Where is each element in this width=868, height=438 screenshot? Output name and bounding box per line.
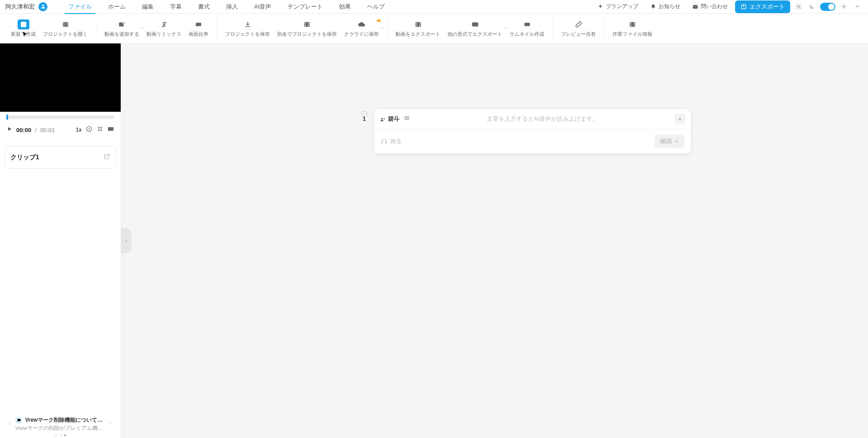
- headphones-icon: [381, 138, 387, 145]
- news-next[interactable]: [108, 420, 113, 428]
- contact-button[interactable]: 問い合わせ: [688, 1, 732, 12]
- open-external-icon[interactable]: [103, 153, 110, 162]
- separator: [387, 18, 387, 39]
- news-title: Vrewマーク削除機能についてご…: [25, 416, 105, 424]
- tool-save-as[interactable]: 別名でプロジェクトを保存: [274, 18, 340, 39]
- tool-share-preview[interactable]: プレビュー共有: [557, 18, 599, 39]
- menu-tabs: ファイル ホーム 編集 字幕 書式 挿入 AI音声 テンプレート 効果 ヘルプ: [60, 0, 393, 14]
- tool-save-project[interactable]: プロジェクトを保存: [222, 18, 274, 39]
- confirm-button[interactable]: 確認: [655, 135, 684, 148]
- avatar[interactable]: [38, 2, 47, 11]
- tool-open-project[interactable]: プロジェクトを開く: [39, 18, 91, 39]
- tool-export-other[interactable]: 他の形式でエクスポート: [444, 18, 506, 39]
- voice-name: 碧斗: [388, 115, 400, 123]
- settings-button[interactable]: [793, 1, 804, 12]
- tool-label: 他の形式でエクスポート: [448, 31, 502, 37]
- crown-icon: [376, 18, 382, 24]
- scrubber-thumb[interactable]: [6, 114, 8, 120]
- menu-tab-home[interactable]: ホーム: [100, 0, 134, 14]
- theme-toggle[interactable]: [820, 3, 835, 11]
- tool-label: プレビュー共有: [561, 31, 596, 37]
- grid-button[interactable]: [96, 125, 104, 134]
- menu-tab-subtitle[interactable]: 字幕: [162, 0, 190, 14]
- cloud-icon: [356, 19, 368, 29]
- plan-upgrade-button[interactable]: プランアップ: [593, 1, 643, 12]
- text-input-placeholder[interactable]: 文章を入力するとAI音声が読み上げます。: [410, 115, 675, 123]
- add-file-icon: [18, 19, 29, 29]
- tool-export-video[interactable]: 動画をエクスポート: [392, 18, 444, 39]
- separator: [96, 18, 96, 39]
- menu-tab-template[interactable]: テンプレート: [279, 0, 331, 14]
- listen-button[interactable]: 再生: [381, 138, 402, 146]
- separator: [552, 18, 553, 39]
- tool-new[interactable]: 新規で作成: [7, 18, 39, 39]
- news-prev[interactable]: [7, 420, 13, 428]
- tool-label: 新規で作成: [11, 31, 36, 37]
- tool-ratio[interactable]: 画面比率: [185, 18, 212, 39]
- export-button[interactable]: エクスポート: [735, 0, 790, 13]
- chevron-right-icon: [108, 421, 113, 426]
- playback-speed[interactable]: 1x: [76, 127, 82, 133]
- file-info-icon: [627, 19, 638, 29]
- focus-button[interactable]: [85, 125, 93, 134]
- target-icon: [85, 125, 93, 133]
- card-header: 碧斗 文章を入力するとAI音声が読み上げます。: [374, 109, 691, 129]
- tool-label: 画面比率: [189, 31, 208, 37]
- separator: [217, 18, 217, 39]
- tool-file-info[interactable]: 作業ファイル情報: [609, 18, 656, 39]
- export-icon: [741, 4, 747, 10]
- link-icon: [573, 19, 585, 29]
- menu-tab-edit[interactable]: 編集: [134, 0, 162, 14]
- caption-button[interactable]: [107, 125, 114, 134]
- tool-label: 動画リミックス: [146, 31, 181, 37]
- player-controls: 00:00 / 00:01 1x: [0, 121, 121, 139]
- menu-tab-help[interactable]: ヘルプ: [359, 0, 393, 14]
- mail-icon: [692, 4, 698, 10]
- enter-icon: [674, 139, 679, 144]
- chat-icon: [15, 417, 22, 424]
- tool-label: プロジェクトを開く: [43, 31, 88, 37]
- film-icon: [60, 19, 71, 29]
- chevron-down-icon: [380, 26, 384, 32]
- menu-tab-effect[interactable]: 効果: [331, 0, 359, 14]
- video-preview[interactable]: [0, 43, 121, 112]
- export-video-icon: [412, 19, 424, 29]
- close-icon: [677, 116, 683, 122]
- subtitle-card: 1 碧斗 文章を入力するとAI音声が読み上げます。 再生 確認: [374, 109, 691, 153]
- collapse-button[interactable]: [852, 1, 863, 12]
- news-subtitle: Vrewマークの削除がプレミアム機能…: [15, 425, 105, 432]
- bell-icon: [650, 4, 656, 10]
- card-index: 1: [363, 115, 366, 122]
- user-name: 阿久津和宏: [5, 3, 35, 11]
- moon-icon: [809, 3, 816, 10]
- news-body[interactable]: Vrewマーク削除機能についてご… Vrewマークの削除がプレミアム機能…: [15, 416, 105, 432]
- menubar-left: 阿久津和宏 ファイル ホーム 編集 字幕 書式 挿入 AI音声 テンプレート 効…: [5, 0, 593, 14]
- listen-label: 再生: [390, 138, 402, 146]
- close-button[interactable]: [675, 114, 685, 124]
- voice-chip[interactable]: 碧斗: [380, 115, 400, 123]
- sparkle-icon: [597, 4, 604, 10]
- menu-tab-file[interactable]: ファイル: [60, 0, 100, 14]
- save-as-icon: [301, 19, 313, 29]
- menu-tab-insert[interactable]: 挿入: [218, 0, 246, 14]
- notice-button[interactable]: お知らせ: [646, 1, 685, 12]
- tool-thumbnail[interactable]: サムネイル作成: [506, 18, 548, 39]
- clip-card[interactable]: クリップ1: [5, 146, 116, 169]
- news-box: Vrewマーク削除機能についてご… Vrewマークの削除がプレミアム機能…: [3, 414, 118, 436]
- play-button[interactable]: [6, 126, 13, 134]
- save-icon: [242, 19, 254, 29]
- line-menu-button[interactable]: [403, 114, 410, 124]
- time-duration: 00:01: [40, 127, 55, 133]
- export-label: エクスポート: [750, 3, 785, 11]
- tool-cloud-save[interactable]: クラウドに保存: [340, 18, 382, 39]
- menu-tab-aivoice[interactable]: AI音声: [246, 0, 279, 14]
- toolbar: 新規で作成 プロジェクトを開く 動画を追加する 動画リミックス 画面比率 プロジ…: [0, 14, 868, 43]
- tool-label: 別名でプロジェクトを保存: [277, 31, 337, 37]
- card-footer: 再生 確認: [374, 129, 691, 153]
- menu-tab-format[interactable]: 書式: [190, 0, 218, 14]
- scrubber[interactable]: [6, 115, 114, 119]
- tool-label: サムネイル作成: [509, 31, 544, 37]
- sun-icon: [840, 3, 847, 10]
- tool-add-video[interactable]: 動画を追加する: [101, 18, 143, 39]
- tool-remix[interactable]: 動画リミックス: [143, 18, 185, 39]
